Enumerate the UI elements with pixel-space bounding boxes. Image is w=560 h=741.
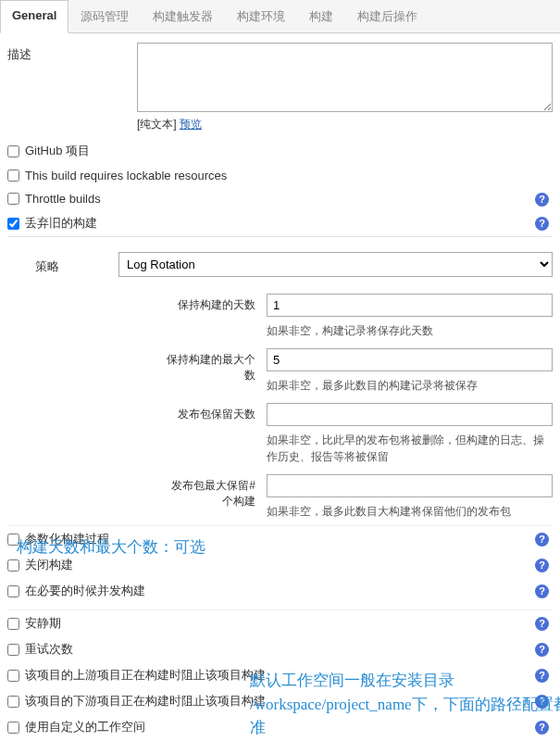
retry-row: 重试次数 ? bbox=[7, 636, 553, 662]
max-to-keep-row: 保持构建的最大个数 如果非空，最多此数目的构建记录将被保存 bbox=[165, 348, 553, 394]
annotation-ws-line2: /workspace/project_name下，下面的路径配置都相对此目录为准 bbox=[250, 696, 560, 737]
days-to-keep-label: 保持构建的天数 bbox=[165, 294, 267, 313]
description-label: 描述 bbox=[7, 43, 137, 63]
help-icon[interactable]: ? bbox=[535, 533, 549, 546]
help-icon[interactable]: ? bbox=[535, 559, 549, 572]
lockable-label: This build requires lockable resources bbox=[25, 169, 227, 182]
help-icon[interactable]: ? bbox=[535, 584, 549, 598]
throttle-label: Throttle builds bbox=[25, 192, 101, 206]
description-textarea[interactable] bbox=[137, 43, 553, 112]
github-project-checkbox[interactable] bbox=[7, 145, 19, 157]
concurrent-label: 在必要的时候并发构建 bbox=[25, 583, 145, 599]
artifact-days-row: 发布包保留天数 如果非空，比此早的发布包将被删除，但构建的日志、操作历史、报告等… bbox=[165, 403, 553, 465]
days-to-keep-row: 保持构建的天数 如果非空，构建记录将保存此天数 bbox=[165, 294, 553, 339]
hint-prefix: [纯文本] bbox=[137, 118, 177, 131]
artifact-days-desc: 如果非空，比此早的发布包将被删除，但构建的日志、操作历史、报告等将被保留 bbox=[267, 432, 553, 465]
throttle-checkbox[interactable] bbox=[7, 193, 19, 205]
annotation-ws-line1: 默认工作空间一般在安装目录 bbox=[250, 672, 454, 689]
help-icon[interactable]: ? bbox=[535, 643, 549, 657]
days-to-keep-desc: 如果非空，构建记录将保存此天数 bbox=[267, 322, 553, 339]
custom-ws-checkbox[interactable] bbox=[7, 722, 19, 734]
tab-triggers[interactable]: 构建触发器 bbox=[141, 0, 225, 32]
artifact-max-label: 发布包最大保留#个构建 bbox=[165, 474, 267, 509]
annotation-workspace: 默认工作空间一般在安装目录 /workspace/project_name下，下… bbox=[250, 669, 560, 740]
tab-post[interactable]: 构建后操作 bbox=[345, 0, 429, 32]
preview-link[interactable]: 预览 bbox=[180, 118, 202, 131]
disable-checkbox[interactable] bbox=[7, 559, 19, 571]
quiet-checkbox[interactable] bbox=[7, 618, 19, 630]
disable-label: 关闭构建 bbox=[25, 557, 73, 573]
discard-section: 策略 Log Rotation 构建天数和最大个数：可选 保持构建的天数 如果非… bbox=[7, 236, 553, 520]
github-project-label: GitHub 项目 bbox=[25, 143, 90, 159]
lockable-row: This build requires lockable resources bbox=[7, 164, 553, 187]
retry-checkbox[interactable] bbox=[7, 644, 19, 656]
tab-scm[interactable]: 源码管理 bbox=[68, 0, 141, 32]
help-icon[interactable]: ? bbox=[535, 193, 549, 207]
artifact-max-input[interactable] bbox=[267, 474, 553, 497]
strategy-select[interactable]: Log Rotation bbox=[118, 252, 553, 277]
throttle-row: Throttle builds ? bbox=[7, 187, 553, 210]
discard-checkbox[interactable] bbox=[7, 218, 19, 230]
tabs-bar: General 源码管理 构建触发器 构建环境 构建 构建后操作 bbox=[0, 0, 560, 33]
quiet-row: 安静期 ? bbox=[7, 610, 553, 636]
artifact-days-label: 发布包保留天数 bbox=[165, 403, 267, 422]
max-to-keep-desc: 如果非空，最多此数目的构建记录将被保存 bbox=[267, 377, 553, 394]
artifact-max-desc: 如果非空，最多此数目大构建将保留他们的发布包 bbox=[267, 503, 553, 520]
github-project-row: GitHub 项目 bbox=[7, 138, 553, 164]
quiet-label: 安静期 bbox=[25, 615, 61, 632]
downstream-block-label: 该项目的下游项目正在构建时阻止该项目构建 bbox=[25, 693, 266, 710]
max-to-keep-input[interactable] bbox=[267, 348, 553, 371]
discard-row: 丢弃旧的构建 ? bbox=[7, 210, 553, 236]
concurrent-checkbox[interactable] bbox=[7, 585, 19, 597]
lockable-checkbox[interactable] bbox=[7, 170, 19, 182]
discard-label: 丢弃旧的构建 bbox=[25, 215, 97, 232]
custom-ws-label: 使用自定义的工作空间 bbox=[25, 719, 145, 735]
help-icon[interactable]: ? bbox=[535, 617, 549, 631]
help-icon[interactable]: ? bbox=[535, 217, 549, 231]
artifact-days-input[interactable] bbox=[267, 403, 553, 426]
description-row: 描述 [纯文本] 预览 bbox=[7, 43, 553, 132]
days-to-keep-input[interactable] bbox=[267, 294, 553, 317]
description-hint: [纯文本] 预览 bbox=[137, 117, 553, 132]
annotation-build-days: 构建天数和最大个数：可选 bbox=[17, 535, 205, 559]
strategy-label: 策略 bbox=[7, 255, 118, 275]
artifact-max-row: 发布包最大保留#个构建 如果非空，最多此数目大构建将保留他们的发布包 bbox=[165, 474, 553, 520]
upstream-block-label: 该项目的上游项目正在构建时阻止该项目构建 bbox=[25, 667, 266, 684]
tab-general[interactable]: General bbox=[0, 0, 68, 33]
tab-build[interactable]: 构建 bbox=[297, 0, 345, 32]
upstream-block-checkbox[interactable] bbox=[7, 670, 19, 682]
retry-label: 重试次数 bbox=[25, 641, 73, 658]
tab-content: 描述 [纯文本] 预览 GitHub 项目 This build require… bbox=[0, 33, 560, 741]
tab-env[interactable]: 构建环境 bbox=[225, 0, 297, 32]
downstream-block-checkbox[interactable] bbox=[7, 696, 19, 708]
max-to-keep-label: 保持构建的最大个数 bbox=[165, 348, 267, 383]
concurrent-row: 在必要的时候并发构建 ? bbox=[7, 578, 553, 604]
